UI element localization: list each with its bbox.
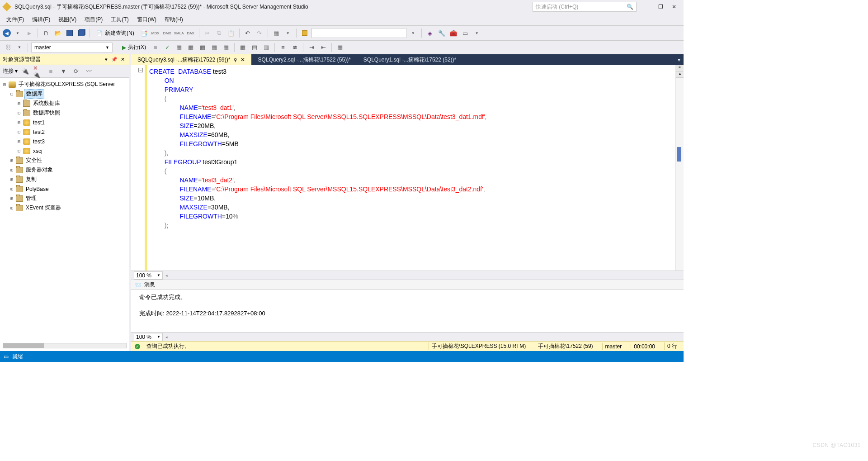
disconnect-icon[interactable]: ✕🔌 [33, 67, 43, 76]
mdx-button[interactable]: MDX [151, 28, 160, 38]
save-all-button[interactable] [76, 28, 86, 38]
find-input[interactable] [311, 28, 406, 38]
refresh-icon[interactable]: ⟳ [71, 67, 81, 76]
execute-button[interactable]: ▶ 执行(X) [119, 43, 149, 52]
tree-db-snapshots[interactable]: 数据库快照 [32, 109, 61, 117]
menu-project[interactable]: 项目(P) [81, 14, 106, 25]
copy-button[interactable]: ⧉ [214, 28, 224, 38]
de-button[interactable]: 📑 [139, 28, 149, 38]
object-explorer-tree[interactable]: ⊟手可摘棉花\SQLEXPRESS (SQL Server ⊟数据库 ⊞系统数据… [0, 78, 129, 340]
messages-tab[interactable]: 消息 [144, 281, 155, 289]
tree-server[interactable]: 手可摘棉花\SQLEXPRESS (SQL Server [17, 80, 117, 89]
nav-forward-button[interactable]: ► [24, 28, 34, 38]
uncomment-button[interactable]: ≢ [290, 43, 300, 52]
menu-window[interactable]: 窗口(W) [133, 14, 160, 25]
est-plan-button[interactable]: ▦ [174, 43, 184, 52]
tab-sqlquery2[interactable]: SQLQuery2.sql -...摘棉花\17522 (55))* [251, 54, 357, 65]
stop-icon[interactable]: ■ [46, 67, 56, 76]
code-text[interactable]: CREATE DATABASE test3 ON PRIMARY ( NAME=… [147, 65, 675, 271]
redo-button[interactable]: ↷ [255, 28, 264, 38]
new-query-button[interactable]: 📄 新建查询(N) [93, 28, 137, 38]
restore-button[interactable]: ❐ [654, 2, 667, 12]
nav-back-dropdown[interactable]: ▼ [13, 28, 23, 38]
new-file-button[interactable]: 🗋 [41, 28, 51, 38]
menu-tools[interactable]: 工具(T) [107, 14, 132, 25]
save-button[interactable] [65, 28, 75, 38]
live-stats-button[interactable]: ▦ [221, 43, 231, 52]
properties-dropdown[interactable]: ▼ [283, 28, 293, 38]
change-connection-button[interactable]: ⛓ [3, 43, 13, 52]
filter-icon[interactable]: ▼ [58, 67, 68, 76]
menu-edit[interactable]: 编辑(E) [28, 14, 54, 25]
tab-overflow-button[interactable]: ▾ [675, 54, 684, 65]
zoom-selector[interactable]: 100 % ▼ [134, 271, 163, 280]
menu-view[interactable]: 视图(V) [55, 14, 80, 25]
tree-databases[interactable]: 数据库 [24, 89, 44, 99]
results-text-button[interactable]: ▤ [250, 43, 259, 52]
change-connection-dropdown[interactable]: ▼ [14, 43, 24, 52]
tree-polybase[interactable]: PolyBase [24, 185, 50, 193]
tab-sqlquery3[interactable]: SQLQuery3.sql -...摘棉花\17522 (59))* ⚲ ✕ [131, 54, 251, 65]
close-button[interactable]: ✕ [667, 2, 681, 12]
split-icon[interactable]: ≡ [676, 65, 684, 71]
specify-values-button[interactable]: ▦ [335, 43, 345, 52]
element-dropdown[interactable]: ▼ [472, 28, 482, 38]
results-file-button[interactable]: ▥ [261, 43, 271, 52]
tree-server-objects[interactable]: 服务器对象 [24, 166, 54, 174]
comment-button[interactable]: ≡ [278, 43, 288, 52]
pin-icon[interactable]: ⚲ [234, 57, 237, 62]
connect-icon[interactable]: 🔌 [20, 67, 30, 76]
close-icon[interactable]: ✕ [241, 57, 245, 63]
editor-overview-ruler[interactable]: ≡ ▴ [675, 65, 684, 271]
menu-help[interactable]: 帮助(H) [161, 14, 187, 25]
xmla-button[interactable]: XMLA [174, 28, 184, 38]
toolbox-button[interactable]: 🧰 [448, 28, 458, 38]
nav-back-button[interactable]: ◄ [3, 29, 11, 37]
stop-button[interactable]: ■ [151, 43, 160, 52]
zoom-selector-bottom[interactable]: 100 % ▼ [134, 333, 163, 341]
quick-launch-input[interactable]: 快速启动 (Ctrl+Q) 🔍 [533, 2, 637, 12]
indent-button[interactable]: ⇥ [307, 43, 316, 52]
tree-management[interactable]: 管理 [24, 194, 38, 203]
activity-monitor-button[interactable] [300, 28, 310, 38]
tree-security[interactable]: 安全性 [24, 156, 43, 165]
include-plan-button[interactable]: ▦ [198, 43, 208, 52]
tree-xevent[interactable]: XEvent 探查器 [24, 204, 62, 212]
dmx-button[interactable]: DMX [162, 28, 172, 38]
tree-db-test2[interactable]: test2 [32, 128, 46, 136]
connect-button[interactable]: 连接 ▾ [3, 67, 18, 75]
results-grid-button[interactable]: ▦ [238, 43, 248, 52]
vs-button[interactable]: ◈ [425, 28, 435, 38]
object-explorer-scrollbar[interactable] [3, 343, 127, 348]
query-options-button[interactable]: ▦ [186, 43, 196, 52]
collapse-toggle[interactable]: − [138, 68, 143, 72]
tree-db-test1[interactable]: test1 [32, 119, 46, 126]
tree-db-test3[interactable]: test3 [32, 138, 46, 145]
pulse-icon[interactable]: 〰 [84, 67, 94, 76]
close-icon[interactable]: ✕ [118, 56, 127, 64]
element-button[interactable]: ▭ [460, 28, 470, 38]
find-dropdown[interactable]: ▼ [408, 28, 418, 38]
code-editor[interactable]: − CREATE DATABASE test3 ON PRIMARY ( NAM… [131, 65, 684, 271]
database-selector[interactable]: master ▼ [31, 43, 113, 52]
cut-button[interactable]: ✂ [203, 28, 212, 38]
tree-db-xscj[interactable]: xscj [32, 147, 44, 155]
dax-button[interactable]: DAX [186, 28, 196, 38]
dropdown-icon[interactable]: ▾ [102, 56, 110, 64]
properties-button[interactable]: ▦ [271, 28, 281, 38]
open-file-button[interactable]: 📂 [53, 28, 63, 38]
up-icon[interactable]: ▴ [676, 71, 684, 78]
include-stats-button[interactable]: ▦ [209, 43, 219, 52]
undo-button[interactable]: ↶ [243, 28, 253, 38]
pin-icon[interactable]: 📌 [110, 56, 118, 64]
tab-sqlquery1[interactable]: SQLQuery1.sql -...摘棉花\17522 (52))* [357, 54, 462, 65]
paste-button[interactable]: 📋 [226, 28, 236, 38]
tree-system-databases[interactable]: 系统数据库 [32, 99, 61, 108]
wrench-button[interactable]: 🔧 [437, 28, 447, 38]
outdent-button[interactable]: ⇤ [318, 43, 328, 52]
tree-replication[interactable]: 复制 [24, 175, 38, 184]
parse-button[interactable]: ✓ [162, 43, 172, 52]
messages-panel[interactable]: 命令已成功完成。 完成时间: 2022-11-14T22:04:17.82928… [131, 290, 684, 332]
menu-file[interactable]: 文件(F) [3, 14, 28, 25]
minimize-button[interactable]: — [640, 2, 654, 12]
